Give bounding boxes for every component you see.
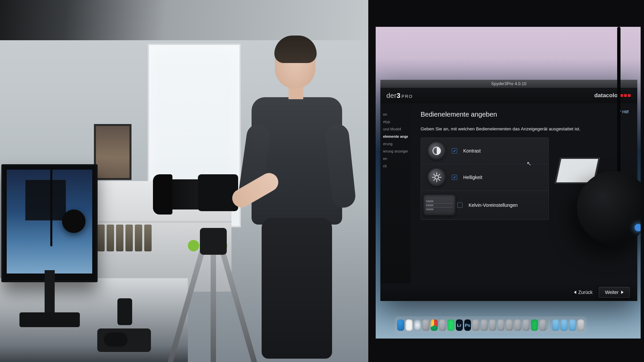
mouse-cursor-icon: ↖ bbox=[527, 160, 531, 167]
dock-app-spot[interactable] bbox=[531, 319, 538, 331]
dock-separator bbox=[549, 320, 549, 330]
dock-trash[interactable] bbox=[577, 319, 584, 331]
svg-line-7 bbox=[439, 179, 440, 180]
page-instruction: Geben Sie an, mit welchen Bedienelemente… bbox=[421, 126, 627, 131]
controls-option-card: ✓ Kontrast bbox=[421, 137, 549, 220]
wizard-sidebar: en etyp und Modell elemente angeben erun… bbox=[380, 103, 411, 284]
brand-left: der3PRO bbox=[386, 92, 413, 100]
checkbox-kelvin[interactable]: ✓ bbox=[457, 202, 463, 208]
dock-app-itunes[interactable] bbox=[489, 319, 496, 331]
label-kelvin: Kelvin-Voreinstellungen bbox=[469, 202, 518, 208]
sidebar-item-1[interactable]: etyp bbox=[383, 118, 408, 125]
dock-app-wa[interactable] bbox=[447, 319, 454, 331]
brand-right: datacolor■■■ bbox=[594, 92, 631, 99]
chevron-left-icon bbox=[574, 291, 576, 294]
dock-desk1[interactable] bbox=[560, 319, 568, 331]
presenter bbox=[241, 37, 349, 355]
window-title: Spyder3Pro 4.0.10 bbox=[491, 81, 526, 86]
label-helligkeit: Helligkeit bbox=[463, 175, 482, 180]
macos-dock[interactable]: Lr Ps bbox=[394, 316, 587, 334]
dock-app-dash[interactable] bbox=[439, 319, 446, 331]
brand-prefix: der bbox=[386, 92, 396, 99]
sidebar-item-7[interactable]: ck bbox=[383, 162, 408, 170]
kelvin-preset-icon: 9300K 6500K 5000K bbox=[423, 195, 455, 216]
dock-app-photos[interactable] bbox=[472, 319, 479, 331]
sidebar-item-3[interactable]: elemente angeben bbox=[383, 133, 408, 140]
app-header: der3PRO datacolor■■■ bbox=[380, 88, 637, 103]
svg-line-9 bbox=[434, 179, 435, 180]
contrast-icon bbox=[428, 142, 446, 160]
dock-app-tg[interactable] bbox=[514, 319, 521, 331]
brand-accent: ■■■ bbox=[620, 92, 631, 99]
dock-app-ff[interactable] bbox=[481, 319, 488, 331]
dock-app-cal[interactable] bbox=[406, 319, 413, 331]
dock-app-finder[interactable] bbox=[397, 319, 404, 331]
back-button[interactable]: Zurück bbox=[574, 290, 593, 295]
sidebar-item-5[interactable]: ierung anzeigen bbox=[383, 147, 408, 155]
sidebar-item-0[interactable]: en bbox=[383, 111, 408, 118]
svg-line-6 bbox=[434, 174, 435, 175]
dock-app-globe[interactable] bbox=[422, 319, 429, 331]
brightness-icon bbox=[428, 168, 446, 186]
brand-suffix: PRO bbox=[401, 94, 413, 99]
next-label: Weiter bbox=[605, 290, 619, 295]
next-button[interactable]: Weiter bbox=[599, 287, 630, 298]
brand-name: datacolor bbox=[594, 92, 620, 99]
option-row-helligkeit[interactable]: ✓ Helligkeit ↖ bbox=[421, 164, 548, 191]
dock-app-lr[interactable]: Lr bbox=[456, 319, 463, 331]
kelvin-tile-1: 6500K bbox=[426, 204, 434, 207]
dock-app-ps[interactable]: Ps bbox=[464, 319, 471, 331]
checkbox-kontrast[interactable]: ✓ bbox=[452, 148, 457, 154]
camera bbox=[161, 164, 241, 221]
dock-app-skype[interactable] bbox=[539, 319, 546, 331]
dock-app-safari[interactable] bbox=[414, 319, 421, 331]
right-monitor-screen: Spyder3Pro 4.0.10 der3PRO datacolor■■■ e… bbox=[376, 27, 641, 339]
studio-photo bbox=[0, 0, 368, 362]
dock-app-appstore[interactable] bbox=[497, 319, 504, 331]
dock-app-set[interactable] bbox=[506, 319, 513, 331]
back-label: Zurück bbox=[578, 290, 593, 295]
page-title: Bedienelemente angeben bbox=[421, 111, 627, 118]
kelvin-tile-0: 9300K bbox=[426, 200, 434, 203]
brand-number: 3 bbox=[396, 92, 400, 99]
dock-app-tool[interactable] bbox=[523, 319, 530, 331]
kelvin-tile-2: 5000K bbox=[426, 208, 434, 211]
sidebar-item-2[interactable]: und Modell bbox=[383, 125, 408, 133]
sensor-cable bbox=[617, 27, 621, 174]
window-titlebar[interactable]: Spyder3Pro 4.0.10 bbox=[380, 80, 637, 88]
dock-app-chrome[interactable] bbox=[431, 319, 438, 331]
checkbox-helligkeit[interactable]: ✓ bbox=[452, 175, 457, 180]
svg-line-8 bbox=[439, 174, 440, 175]
svg-point-1 bbox=[435, 175, 438, 179]
dock-desk2[interactable] bbox=[569, 319, 576, 331]
sidebar-item-6[interactable]: en bbox=[383, 155, 408, 162]
calibration-sensor-left bbox=[62, 209, 86, 233]
sidebar-item-4[interactable]: erung bbox=[383, 140, 408, 147]
chevron-right-icon bbox=[621, 291, 624, 294]
wizard-footer: Zurück Weiter bbox=[380, 284, 637, 301]
dock-folder[interactable] bbox=[552, 319, 559, 331]
option-row-kelvin[interactable]: 9300K 6500K 5000K ✓ Kelvin-Voreinstellun… bbox=[421, 191, 548, 220]
label-kontrast: Kontrast bbox=[463, 148, 481, 154]
